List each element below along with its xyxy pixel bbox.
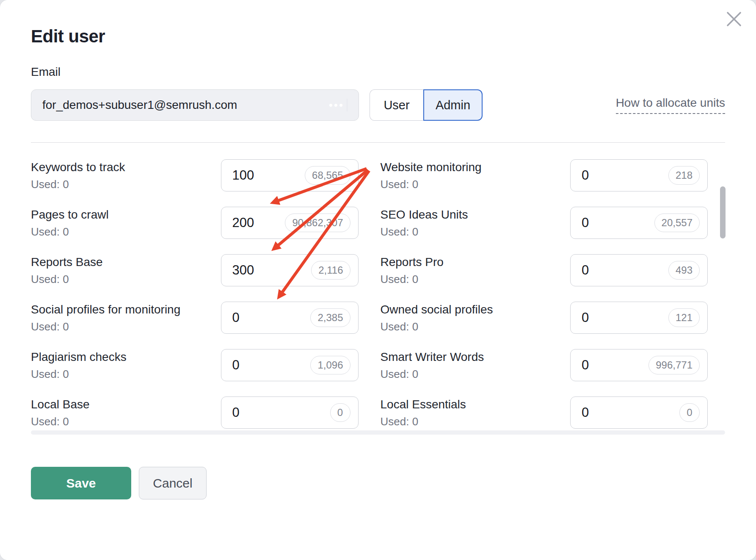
unit-info: Owned social profiles Used: 0 <box>381 302 571 333</box>
unit-available-badge: 1,096 <box>310 356 350 374</box>
unit-label: Keywords to track <box>31 160 221 175</box>
unit-row: Reports Pro Used: 0 0 493 <box>381 254 708 286</box>
unit-allocation-input[interactable]: 0 0 <box>221 396 359 429</box>
unit-available-badge: 2,116 <box>311 261 350 280</box>
footer: Save Cancel <box>31 467 725 499</box>
unit-allocation-input[interactable]: 0 996,771 <box>570 349 708 381</box>
unit-used-count: Used: 0 <box>31 368 221 381</box>
close-button[interactable] <box>725 10 743 29</box>
unit-used-count: Used: 0 <box>31 415 221 428</box>
unit-used-count: Used: 0 <box>381 368 571 381</box>
unit-used-count: Used: 0 <box>381 273 571 286</box>
unit-label: Website monitoring <box>381 160 571 175</box>
unit-allocated-value: 0 <box>582 168 589 183</box>
unit-label: Social profiles for monitoring <box>31 302 221 317</box>
unit-row: Website monitoring Used: 0 0 218 <box>381 159 708 191</box>
unit-label: Owned social profiles <box>381 302 571 317</box>
units-column-left: Keywords to track Used: 0 100 68,565 Pag… <box>31 159 359 429</box>
vertical-scrollbar-thumb[interactable] <box>720 186 726 238</box>
unit-allocated-value: 0 <box>232 405 240 420</box>
unit-info: Reports Base Used: 0 <box>31 255 221 286</box>
unit-label: Local Essentials <box>381 397 571 412</box>
unit-used-count: Used: 0 <box>31 320 221 333</box>
unit-info: Local Base Used: 0 <box>31 397 221 428</box>
how-to-allocate-units-link[interactable]: How to allocate units <box>616 96 725 114</box>
unit-allocation-input[interactable]: 0 121 <box>570 302 708 334</box>
unit-allocation-input[interactable]: 0 493 <box>570 254 708 286</box>
unit-allocation-input[interactable]: 200 90,862,307 <box>221 207 359 239</box>
unit-used-count: Used: 0 <box>381 178 571 191</box>
unit-used-count: Used: 0 <box>31 273 221 286</box>
save-button[interactable]: Save <box>31 467 131 499</box>
role-option-admin[interactable]: Admin <box>423 89 483 121</box>
unit-row: Local Essentials Used: 0 0 0 <box>381 396 708 429</box>
unit-row: SEO Ideas Units Used: 0 0 20,557 <box>381 207 708 239</box>
unit-label: Reports Base <box>31 255 221 269</box>
unit-available-badge: 0 <box>330 403 350 422</box>
unit-label: Smart Writer Words <box>381 349 571 364</box>
cancel-button[interactable]: Cancel <box>139 467 207 499</box>
unit-info: Keywords to track Used: 0 <box>31 160 221 191</box>
unit-allocated-value: 0 <box>582 263 589 278</box>
unit-allocated-value: 0 <box>582 358 589 373</box>
unit-info: Smart Writer Words Used: 0 <box>381 349 571 381</box>
edit-user-modal: Edit user Email for_demos+subuser1@semru… <box>0 0 756 560</box>
unit-available-badge: 121 <box>668 308 700 327</box>
unit-row: Owned social profiles Used: 0 0 121 <box>381 302 708 334</box>
close-icon <box>726 11 742 28</box>
unit-used-count: Used: 0 <box>31 225 221 238</box>
unit-label: Plagiarism checks <box>31 349 221 364</box>
unit-available-badge: 996,771 <box>648 356 700 374</box>
unit-allocation-input[interactable]: 0 1,096 <box>221 349 359 381</box>
unit-used-count: Used: 0 <box>381 415 571 428</box>
role-option-user[interactable]: User <box>370 89 423 121</box>
email-label: Email <box>31 65 725 79</box>
role-toggle: User Admin <box>370 89 483 121</box>
unit-info: Plagiarism checks Used: 0 <box>31 349 221 381</box>
unit-allocation-input[interactable]: 0 218 <box>570 159 708 191</box>
unit-row: Smart Writer Words Used: 0 0 996,771 <box>381 349 708 381</box>
page-title: Edit user <box>31 0 725 47</box>
unit-row: Keywords to track Used: 0 100 68,565 <box>31 159 359 191</box>
unit-row: Plagiarism checks Used: 0 0 1,096 <box>31 349 359 381</box>
horizontal-scrollbar[interactable] <box>31 430 725 435</box>
unit-available-badge: 90,862,307 <box>285 213 350 232</box>
unit-allocated-value: 0 <box>582 215 589 230</box>
unit-allocated-value: 0 <box>582 405 589 420</box>
unit-row: Social profiles for monitoring Used: 0 0… <box>31 302 359 334</box>
unit-available-badge: 493 <box>668 261 700 280</box>
unit-row: Local Base Used: 0 0 0 <box>31 396 359 429</box>
email-value: for_demos+subuser1@semrush.com <box>42 98 237 112</box>
unit-label: Reports Pro <box>381 255 571 269</box>
unit-allocation-input[interactable]: 0 2,385 <box>221 302 359 334</box>
email-field[interactable]: for_demos+subuser1@semrush.com ••• <box>31 89 359 121</box>
units-column-right: Website monitoring Used: 0 0 218 SEO Ide… <box>381 159 708 429</box>
unit-label: Local Base <box>31 397 221 412</box>
unit-allocation-input[interactable]: 0 0 <box>570 396 708 429</box>
unit-allocation-input[interactable]: 300 2,116 <box>221 254 359 286</box>
unit-allocation-input[interactable]: 100 68,565 <box>221 159 359 191</box>
unit-available-badge: 218 <box>668 166 700 185</box>
unit-available-badge: 2,385 <box>310 308 350 327</box>
unit-available-badge: 0 <box>679 403 700 422</box>
unit-info: Reports Pro Used: 0 <box>381 255 571 286</box>
unit-available-badge: 68,565 <box>305 166 350 185</box>
unit-info: Website monitoring Used: 0 <box>381 160 571 191</box>
unit-available-badge: 20,557 <box>654 213 700 232</box>
ellipsis-icon: ••• <box>329 99 348 112</box>
unit-info: Local Essentials Used: 0 <box>381 397 571 428</box>
units-grid: Keywords to track Used: 0 100 68,565 Pag… <box>31 159 708 429</box>
unit-info: Social profiles for monitoring Used: 0 <box>31 302 221 333</box>
email-row: for_demos+subuser1@semrush.com ••• User … <box>31 89 725 121</box>
unit-row: Pages to crawl Used: 0 200 90,862,307 <box>31 207 359 239</box>
divider <box>31 142 725 143</box>
unit-allocated-value: 0 <box>232 310 240 325</box>
unit-allocated-value: 200 <box>232 215 254 230</box>
unit-allocated-value: 100 <box>232 168 254 183</box>
unit-used-count: Used: 0 <box>381 320 571 333</box>
unit-allocated-value: 300 <box>232 263 254 278</box>
unit-label: Pages to crawl <box>31 207 221 222</box>
unit-row: Reports Base Used: 0 300 2,116 <box>31 254 359 286</box>
unit-allocation-input[interactable]: 0 20,557 <box>570 207 708 239</box>
unit-allocated-value: 0 <box>232 358 240 373</box>
